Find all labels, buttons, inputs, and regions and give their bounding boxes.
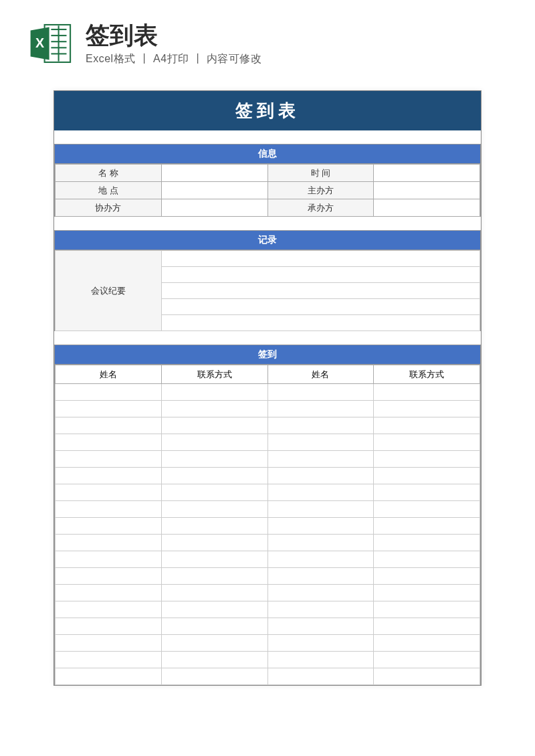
signin-cell (268, 417, 374, 434)
signin-cell (56, 468, 162, 484)
signin-cell (161, 518, 268, 535)
signin-cell (56, 384, 162, 401)
signin-cell (374, 568, 480, 585)
signin-cell (161, 384, 268, 401)
signin-cell (161, 585, 268, 601)
signin-cell (268, 535, 374, 551)
signin-section-header: 签到 (55, 345, 480, 365)
signin-cell (161, 434, 268, 451)
signin-cell (56, 652, 162, 668)
signin-cell (268, 434, 374, 451)
signin-cell (268, 668, 374, 685)
info-section-header: 信息 (55, 144, 480, 164)
signin-column-header: 联系方式 (374, 365, 480, 384)
signin-row (56, 551, 480, 568)
signin-row (56, 635, 480, 652)
header-text: 签到表 Excel格式 丨 A4打印 丨 内容可修改 (86, 21, 508, 66)
signin-row (56, 501, 480, 518)
signin-cell (56, 484, 162, 501)
signin-cell (268, 484, 374, 501)
signin-row (56, 434, 480, 451)
info-row: 地 点主办方 (56, 182, 480, 199)
page-subtitle: Excel格式 丨 A4打印 丨 内容可修改 (86, 52, 508, 66)
info-label: 时 间 (268, 165, 374, 182)
info-value (374, 165, 480, 182)
signin-row (56, 568, 480, 585)
signin-cell (268, 601, 374, 618)
signin-header-row: 姓名联系方式姓名联系方式 (56, 365, 480, 384)
info-table: 名 称时 间地 点主办方协办方承办方 (55, 164, 480, 217)
signin-cell (374, 417, 480, 434)
record-row: 会议纪要 (56, 251, 480, 267)
signin-row (56, 518, 480, 535)
signin-cell (374, 451, 480, 468)
signin-cell (268, 585, 374, 601)
sheet-container: 签到表 信息 名 称时 间地 点主办方协办方承办方 记录 会议纪要 签到 姓名联… (0, 77, 535, 713)
spacer (54, 130, 481, 144)
signin-cell (374, 501, 480, 518)
signin-cell (56, 401, 162, 417)
signin-cell (56, 551, 162, 568)
signin-cell (56, 568, 162, 585)
signin-cell (268, 451, 374, 468)
record-line (161, 299, 479, 315)
signin-cell (161, 451, 268, 468)
signin-cell (374, 618, 480, 635)
signin-row (56, 618, 480, 635)
signin-cell (56, 585, 162, 601)
signin-row (56, 652, 480, 668)
info-value (374, 199, 480, 217)
spacer (54, 217, 481, 230)
page-title: 签到表 (86, 21, 508, 50)
signin-cell (268, 518, 374, 535)
signin-cell (268, 618, 374, 635)
info-value (374, 182, 480, 199)
signin-cell (374, 635, 480, 652)
signin-row (56, 451, 480, 468)
record-table: 会议纪要 (55, 250, 480, 331)
signin-row (56, 384, 480, 401)
signin-cell (56, 535, 162, 551)
signin-cell (374, 652, 480, 668)
signin-cell (374, 518, 480, 535)
signin-cell (374, 384, 480, 401)
signin-cell (161, 668, 268, 685)
signin-cell (161, 618, 268, 635)
signin-cell (56, 417, 162, 434)
signin-cell (56, 518, 162, 535)
record-line (161, 267, 479, 283)
signin-cell (56, 451, 162, 468)
signin-cell (56, 668, 162, 685)
signin-row (56, 601, 480, 618)
record-section: 记录 会议纪要 (54, 230, 481, 331)
info-value (161, 182, 268, 199)
signin-cell (161, 417, 268, 434)
record-line (161, 315, 479, 331)
signin-cell (56, 601, 162, 618)
spacer (54, 331, 481, 345)
signin-cell (268, 568, 374, 585)
signin-cell (161, 401, 268, 417)
signin-cell (374, 401, 480, 417)
signin-cell (374, 585, 480, 601)
signin-cell (268, 468, 374, 484)
signin-cell (161, 652, 268, 668)
signin-cell (161, 501, 268, 518)
signin-row (56, 585, 480, 601)
signin-table: 姓名联系方式姓名联系方式 (55, 365, 480, 685)
signin-section: 签到 姓名联系方式姓名联系方式 (54, 345, 481, 685)
signin-cell (268, 501, 374, 518)
record-line (161, 251, 479, 267)
info-row: 名 称时 间 (56, 165, 480, 182)
signin-cell (161, 468, 268, 484)
record-section-header: 记录 (55, 230, 480, 250)
signin-cell (268, 384, 374, 401)
info-label: 承办方 (268, 199, 374, 217)
signin-cell (56, 501, 162, 518)
page-header: X 签到表 Excel格式 丨 A4打印 丨 内容可修改 (0, 0, 535, 77)
signin-cell (268, 652, 374, 668)
signin-column-header: 姓名 (268, 365, 374, 384)
signin-cell (161, 568, 268, 585)
signin-row (56, 401, 480, 417)
info-row: 协办方承办方 (56, 199, 480, 217)
